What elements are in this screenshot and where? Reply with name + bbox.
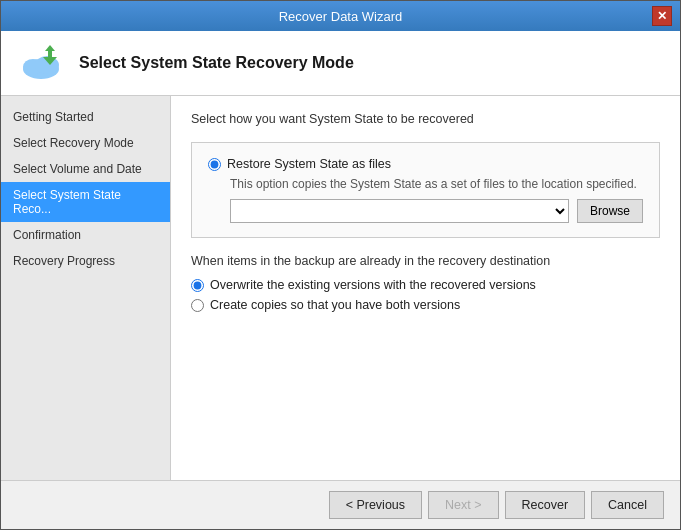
sidebar-item-confirmation[interactable]: Confirmation [1,222,170,248]
section-description: Select how you want System State to be r… [191,112,660,126]
svg-marker-3 [45,45,55,51]
sidebar-item-recovery-progress[interactable]: Recovery Progress [1,248,170,274]
wizard-body: Getting Started Select Recovery Mode Sel… [1,96,680,480]
restore-files-radio-row: Restore System State as files [208,157,643,171]
main-window: Recover Data Wizard ✕ Select System Stat… [0,0,681,530]
overwrite-radio-row: Overwrite the existing versions with the… [191,278,660,292]
recover-button[interactable]: Recover [505,491,586,519]
wizard-header: Select System State Recovery Mode [1,31,680,96]
overwrite-radio[interactable] [191,279,204,292]
main-content: Select how you want System State to be r… [171,96,680,480]
restore-files-radio[interactable] [208,158,221,171]
sidebar-item-getting-started[interactable]: Getting Started [1,104,170,130]
conflict-section: When items in the backup are already in … [191,254,660,312]
sidebar-item-select-recovery-mode[interactable]: Select Recovery Mode [1,130,170,156]
header-title: Select System State Recovery Mode [79,54,354,72]
create-copies-radio[interactable] [191,299,204,312]
header-icon [17,43,65,83]
next-button[interactable]: Next > [428,491,498,519]
sidebar: Getting Started Select Recovery Mode Sel… [1,96,171,480]
browse-button[interactable]: Browse [577,199,643,223]
sidebar-item-select-volume-date[interactable]: Select Volume and Date [1,156,170,182]
overwrite-label[interactable]: Overwrite the existing versions with the… [210,278,536,292]
previous-button[interactable]: < Previous [329,491,422,519]
sidebar-item-select-system-state[interactable]: Select System State Reco... [1,182,170,222]
window-title: Recover Data Wizard [29,9,652,24]
title-bar: Recover Data Wizard ✕ [1,1,680,31]
close-button[interactable]: ✕ [652,6,672,26]
create-copies-label[interactable]: Create copies so that you have both vers… [210,298,460,312]
footer: < Previous Next > Recover Cancel [1,480,680,529]
cancel-button[interactable]: Cancel [591,491,664,519]
browse-row: Browse [230,199,643,223]
restore-files-subtext: This option copies the System State as a… [230,177,643,191]
restore-files-section: Restore System State as files This optio… [191,142,660,238]
location-select[interactable] [230,199,569,223]
create-copies-radio-row: Create copies so that you have both vers… [191,298,660,312]
restore-files-label[interactable]: Restore System State as files [227,157,391,171]
conflict-title: When items in the backup are already in … [191,254,660,268]
